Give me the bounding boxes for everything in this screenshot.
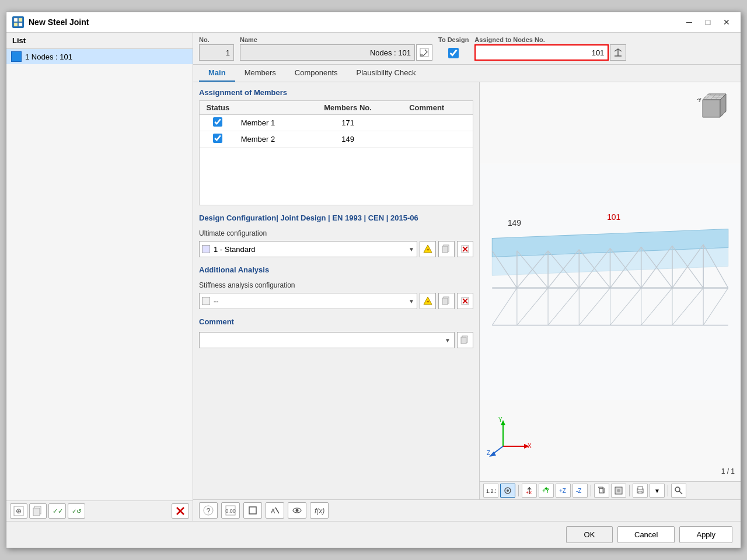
svg-point-108 bbox=[617, 489, 620, 492]
row1-comment bbox=[381, 115, 473, 131]
row1-name: Member 1 bbox=[236, 115, 315, 131]
to-design-label: To Design bbox=[438, 36, 469, 43]
sidebar-copy-btn[interactable] bbox=[29, 503, 47, 519]
stiffness-delete-btn[interactable] bbox=[457, 293, 473, 309]
svg-text:f(x): f(x) bbox=[315, 507, 324, 515]
ultimate-delete-btn[interactable] bbox=[457, 241, 473, 257]
stiffness-dropdown-arrow-icon: ▼ bbox=[409, 298, 414, 304]
row1-checkbox[interactable] bbox=[213, 117, 222, 127]
vp-render-btn[interactable] bbox=[611, 484, 626, 498]
tabs-bar: Main Members Components Plausibility Che… bbox=[193, 65, 741, 82]
svg-text:Z: Z bbox=[487, 450, 490, 456]
vp-nz-btn[interactable]: -Z bbox=[573, 484, 588, 498]
maximize-button[interactable]: □ bbox=[700, 16, 716, 29]
svg-text:-y: -y bbox=[697, 96, 701, 102]
svg-text:✦: ✦ bbox=[426, 299, 430, 304]
vp-y-btn[interactable]: +Y bbox=[539, 484, 554, 498]
sidebar-check2-btn[interactable]: ✓↺ bbox=[68, 503, 85, 519]
comment-copy-btn[interactable] bbox=[457, 332, 473, 348]
visibility-btn[interactable] bbox=[288, 502, 306, 519]
format-btn[interactable]: A bbox=[266, 502, 284, 519]
no-input[interactable] bbox=[199, 44, 234, 61]
sidebar-item-1[interactable]: 1 Nodes : 101 bbox=[6, 49, 193, 64]
title-left: New Steel Joint bbox=[12, 16, 89, 28]
sidebar-add-btn[interactable]: ⊕ bbox=[10, 503, 27, 519]
vp-sep-2 bbox=[591, 485, 591, 496]
svg-text:?: ? bbox=[207, 507, 211, 515]
bottom-toolbar: ? 0.00 A bbox=[193, 499, 741, 521]
cancel-button[interactable]: Cancel bbox=[617, 526, 675, 543]
to-design-checkbox[interactable] bbox=[448, 48, 459, 58]
svg-text:Y: Y bbox=[498, 417, 502, 423]
assigned-nodes-group: Assigned to Nodes No. bbox=[474, 36, 735, 61]
tab-components[interactable]: Components bbox=[285, 65, 347, 82]
row2-name: Member 2 bbox=[236, 131, 315, 148]
ok-button[interactable]: OK bbox=[566, 526, 613, 543]
sidebar-item-label: 1 Nodes : 101 bbox=[25, 52, 72, 61]
tab-plausibility[interactable]: Plausibility Check bbox=[347, 65, 425, 82]
svg-rect-7 bbox=[33, 508, 40, 516]
design-config-section: Design Configuration| Joint Design | EN … bbox=[199, 214, 473, 257]
table-row: Member 2 149 bbox=[200, 131, 473, 148]
vp-x-btn[interactable]: +X bbox=[522, 484, 537, 498]
vp-z-btn[interactable]: +Z bbox=[556, 484, 571, 498]
col-name-header bbox=[236, 101, 315, 115]
row2-checkbox[interactable] bbox=[213, 134, 222, 143]
svg-rect-111 bbox=[638, 491, 642, 494]
sidebar-delete-btn[interactable] bbox=[172, 503, 189, 519]
assignment-section: Assignment of Members Status Members No.… bbox=[199, 88, 473, 205]
ultimate-new-btn[interactable]: ✦ bbox=[420, 241, 436, 257]
svg-marker-106 bbox=[603, 487, 604, 493]
col-status-header: Status bbox=[200, 101, 236, 115]
additional-header: Additional Analysis bbox=[199, 265, 473, 274]
svg-text:-Z: -Z bbox=[576, 488, 581, 494]
vp-iso-btn[interactable] bbox=[594, 484, 609, 498]
content-area: Assignment of Members Status Members No.… bbox=[193, 82, 741, 499]
row2-comment bbox=[381, 131, 473, 148]
sidebar: List 1 Nodes : 101 ⊕ bbox=[6, 33, 193, 521]
ultimate-copy-btn[interactable] bbox=[438, 241, 455, 257]
tab-main[interactable]: Main bbox=[199, 65, 235, 82]
assignment-header: Assignment of Members bbox=[199, 88, 473, 97]
decimal-btn[interactable]: 0.00 bbox=[221, 502, 240, 519]
comment-dropdown-icon: ▼ bbox=[445, 337, 451, 344]
row1-no: 171 bbox=[315, 115, 381, 131]
vp-numbers-btn[interactable]: 1.2.3 bbox=[483, 484, 498, 498]
vp-view-btn[interactable] bbox=[500, 484, 515, 498]
name-input[interactable] bbox=[240, 44, 415, 61]
stiffness-copy-btn[interactable] bbox=[438, 293, 455, 309]
sidebar-check1-btn[interactable]: ✓✓ bbox=[48, 503, 66, 519]
svg-rect-12 bbox=[420, 48, 428, 57]
assigned-edit-btn[interactable] bbox=[610, 44, 626, 61]
assigned-label: Assigned to Nodes No. bbox=[474, 36, 735, 43]
vp-print-btn[interactable] bbox=[633, 484, 648, 498]
svg-rect-2 bbox=[14, 23, 18, 26]
row1-status bbox=[200, 115, 236, 131]
stiffness-color-box bbox=[202, 297, 210, 305]
tab-members[interactable]: Members bbox=[235, 65, 285, 82]
svg-line-113 bbox=[679, 491, 682, 494]
help-btn[interactable]: ? bbox=[199, 502, 218, 519]
formula-btn[interactable]: f(x) bbox=[310, 502, 329, 519]
vp-more-btn[interactable]: ▼ bbox=[650, 484, 665, 498]
svg-rect-31 bbox=[461, 337, 466, 344]
apply-button[interactable]: Apply bbox=[679, 526, 732, 543]
stiffness-select[interactable]: -- ▼ bbox=[199, 293, 417, 309]
svg-text:✓↺: ✓↺ bbox=[72, 508, 81, 514]
sidebar-list: 1 Nodes : 101 bbox=[6, 49, 193, 501]
assigned-input[interactable] bbox=[474, 44, 609, 61]
stiffness-new-btn[interactable]: ✦ bbox=[420, 293, 436, 309]
vp-search-btn[interactable] bbox=[671, 484, 686, 498]
comment-input-wrapper[interactable]: ▼ bbox=[199, 332, 455, 348]
name-edit-btn[interactable] bbox=[416, 44, 432, 61]
ultimate-select[interactable]: 1 - Standard ▼ bbox=[199, 241, 417, 257]
close-button[interactable]: ✕ bbox=[718, 16, 735, 29]
minimize-button[interactable]: ─ bbox=[681, 16, 697, 29]
svg-text:✦: ✦ bbox=[426, 247, 430, 253]
row2-status bbox=[200, 131, 236, 148]
page-counter: 1 / 1 bbox=[721, 467, 735, 475]
vp-sep-3 bbox=[629, 485, 630, 496]
square-btn[interactable] bbox=[243, 502, 262, 519]
svg-text:149: 149 bbox=[508, 218, 521, 228]
vp-sep-4 bbox=[668, 485, 668, 496]
